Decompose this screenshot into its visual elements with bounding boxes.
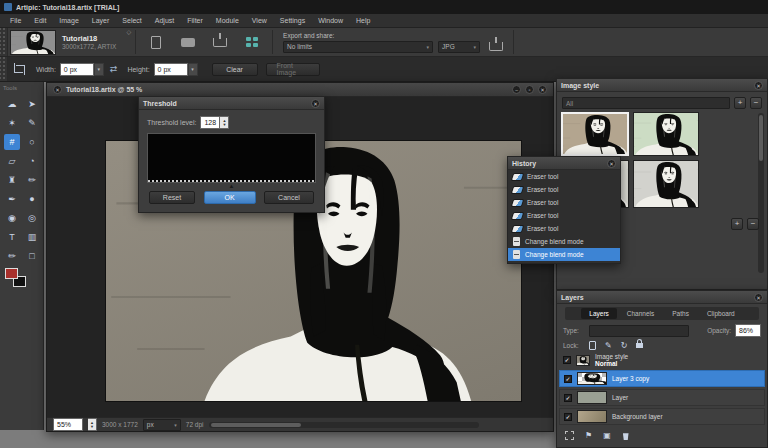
lock-paint-icon[interactable]: ✎	[605, 341, 612, 350]
history-item-selected[interactable]: Change blend mode	[508, 248, 620, 261]
horizontal-scrollbar[interactable]	[209, 422, 479, 428]
height-input[interactable]: 0 px	[154, 63, 188, 76]
history-item[interactable]: Eraser tool	[508, 196, 620, 209]
pen-tool[interactable]: ✏	[4, 248, 20, 264]
layer-row-layer[interactable]: ✓ Layer	[559, 389, 765, 406]
document-thumbnail[interactable]	[10, 30, 56, 55]
layer-row-layer3-copy[interactable]: ✓ Layer 3 copy	[559, 370, 765, 387]
add-style-button[interactable]: +	[734, 97, 746, 109]
document-window-titlebar[interactable]: ✕ Tutorial18.artix @ 55 % − ▫ ✕	[47, 83, 553, 97]
spin-down-icon[interactable]: ▼	[222, 123, 226, 127]
tab-clipboard[interactable]: Clipboard	[699, 308, 743, 319]
add-style-button-bottom[interactable]: +	[731, 218, 743, 230]
front-image-button[interactable]: Front Image	[266, 63, 320, 76]
menu-module[interactable]: Module	[216, 17, 239, 24]
select-area-icon[interactable]	[565, 431, 574, 440]
history-item[interactable]: Change blend mode	[508, 235, 620, 248]
color-swatches[interactable]	[5, 268, 29, 292]
history-brush-tool[interactable]: ◔	[24, 153, 40, 169]
close-icon[interactable]: ✕	[311, 99, 320, 108]
new-document-button[interactable]	[143, 32, 169, 52]
maximize-icon[interactable]: ▫	[525, 85, 534, 94]
text-tool[interactable]: T	[4, 229, 20, 245]
lock-position-icon[interactable]: ↻	[621, 341, 628, 350]
export-icon[interactable]	[489, 42, 503, 51]
reset-button[interactable]: Reset	[149, 191, 195, 204]
dodge-tool[interactable]: ◎	[24, 210, 40, 226]
zoom-input[interactable]: 55%	[53, 418, 83, 431]
menu-layer[interactable]: Layer	[92, 17, 110, 24]
menu-help[interactable]: Help	[356, 17, 370, 24]
blur-tool[interactable]: ●	[24, 191, 40, 207]
collapse-toggle-icon[interactable]: ◇	[126, 28, 131, 56]
minimize-icon[interactable]: −	[512, 85, 521, 94]
layer-row-background[interactable]: ✓ Background layer	[559, 408, 765, 425]
close-icon[interactable]: ✕	[538, 85, 547, 94]
opacity-input[interactable]: 86%	[735, 324, 761, 337]
width-dropdown[interactable]: ▾	[94, 63, 104, 76]
options-grip[interactable]	[0, 57, 8, 81]
width-input[interactable]: 0 px	[60, 63, 94, 76]
menu-file[interactable]: File	[10, 17, 21, 24]
threshold-level-input[interactable]: 128	[200, 116, 220, 129]
unit-dropdown[interactable]: px ▾	[143, 419, 181, 431]
menu-edit[interactable]: Edit	[34, 17, 46, 24]
visibility-checkbox[interactable]: ✓	[564, 394, 572, 402]
menu-window[interactable]: Window	[318, 17, 343, 24]
eyedropper-tool[interactable]: ✒	[4, 191, 20, 207]
eraser-tool[interactable]: ▱	[4, 153, 20, 169]
menu-select[interactable]: Select	[122, 17, 141, 24]
height-dropdown[interactable]: ▾	[188, 63, 198, 76]
foreground-color-swatch[interactable]	[5, 268, 18, 279]
magic-wand-tool[interactable]: ✶	[4, 115, 20, 131]
scrollbar-thumb[interactable]	[211, 423, 301, 427]
threshold-slider-marker[interactable]: ▲	[139, 183, 324, 191]
image-style-header[interactable]: Image style ✕	[557, 79, 767, 92]
limits-dropdown[interactable]: No limits ▾	[283, 41, 433, 53]
blend-type-dropdown[interactable]	[589, 325, 689, 337]
menu-filter[interactable]: Filter	[187, 17, 203, 24]
visibility-checkbox[interactable]: ✓	[563, 356, 571, 364]
clear-button[interactable]: Clear	[212, 63, 258, 76]
style-thumbnail-sepia[interactable]	[561, 112, 629, 156]
threshold-stepper[interactable]: ▲▼	[220, 116, 229, 129]
print-button[interactable]	[239, 32, 265, 52]
history-item[interactable]: Eraser tool	[508, 209, 620, 222]
menu-settings[interactable]: Settings	[280, 17, 305, 24]
clone-stamp-tool[interactable]: ♜	[4, 172, 20, 188]
crop-tool[interactable]: #	[4, 134, 20, 150]
style-thumbnail-green[interactable]	[633, 112, 699, 156]
document-close-icon[interactable]: ✕	[53, 85, 62, 94]
menu-view[interactable]: View	[252, 17, 267, 24]
close-icon[interactable]: ✕	[607, 159, 616, 168]
import-button[interactable]	[207, 32, 233, 52]
history-header[interactable]: History ✕	[508, 157, 620, 170]
lasso-tool[interactable]: ☁	[4, 96, 20, 112]
shape-tool[interactable]: □	[24, 248, 40, 264]
history-item[interactable]: Eraser tool	[508, 222, 620, 235]
tab-layers[interactable]: Layers	[581, 308, 617, 319]
flag-icon[interactable]: ⚑	[585, 431, 592, 440]
tab-paths[interactable]: Paths	[664, 308, 697, 319]
remove-style-button[interactable]: −	[750, 97, 762, 109]
move-tool[interactable]: ➤	[24, 96, 40, 112]
toolbar-grip[interactable]	[0, 28, 8, 56]
visibility-checkbox[interactable]: ✓	[564, 375, 572, 383]
close-icon[interactable]: ✕	[754, 293, 763, 302]
save-button[interactable]	[175, 32, 201, 52]
tab-channels[interactable]: Channels	[619, 308, 662, 319]
layers-header[interactable]: Layers ✕	[557, 291, 767, 304]
ellipse-select-tool[interactable]: ○	[24, 134, 40, 150]
pencil-tool[interactable]: ✎	[24, 115, 40, 131]
history-item[interactable]: Eraser tool	[508, 183, 620, 196]
style-filter-dropdown[interactable]: All	[562, 97, 730, 109]
lock-all-icon[interactable]	[636, 343, 643, 348]
delete-layer-icon[interactable]	[622, 431, 630, 440]
lock-transparency-icon[interactable]	[589, 341, 596, 350]
remove-style-button-bottom[interactable]: −	[747, 218, 759, 230]
menu-adjust[interactable]: Adjust	[155, 17, 174, 24]
new-layer-icon[interactable]: ▣	[603, 431, 611, 440]
visibility-checkbox[interactable]: ✓	[564, 413, 572, 421]
menu-image[interactable]: Image	[59, 17, 78, 24]
style-scrollbar[interactable]	[758, 113, 764, 273]
